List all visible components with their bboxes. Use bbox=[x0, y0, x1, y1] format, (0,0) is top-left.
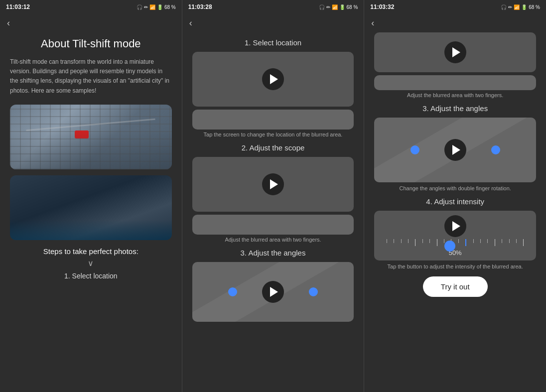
step3-angle-demo-p3 bbox=[374, 118, 536, 182]
tick-2 bbox=[394, 239, 394, 243]
battery-percent: 68 % bbox=[164, 4, 176, 10]
panel3-content: Adjust the blurred area with two fingers… bbox=[364, 32, 546, 392]
angle-dots bbox=[228, 281, 318, 303]
panel-2: 11:03:28 🎧 ✏ 📶 🔋 68 % ‹ 1. Select locati… bbox=[182, 0, 365, 392]
first-step-label: 1. Select location bbox=[10, 272, 172, 280]
slider-thumb[interactable] bbox=[444, 241, 455, 252]
tick-16 bbox=[502, 239, 502, 243]
tick-17 bbox=[509, 239, 510, 243]
status-time-3: 11:03:32 bbox=[370, 3, 394, 10]
step1-title-p2: 1. Select location bbox=[192, 38, 354, 47]
buildings-decoration bbox=[10, 131, 172, 169]
blue-dot-right bbox=[309, 287, 318, 296]
road-decoration bbox=[26, 118, 155, 131]
blue-dot-right-p3 bbox=[491, 145, 500, 154]
blue-dot-left bbox=[228, 287, 237, 296]
signal-icon: 📶 bbox=[149, 4, 155, 10]
back-button-3[interactable]: ‹ bbox=[364, 14, 546, 32]
tick-3 bbox=[401, 239, 402, 243]
tick-12 bbox=[473, 239, 474, 243]
tick-14 bbox=[487, 239, 488, 243]
headphone-icon-2: 🎧 bbox=[319, 4, 325, 10]
tick-8 bbox=[437, 239, 437, 246]
status-bar-3: 11:03:32 🎧 ✏ 📶 🔋 68 % bbox=[364, 0, 546, 14]
edit-icon: ✏ bbox=[144, 4, 148, 10]
tick-center bbox=[465, 239, 466, 246]
status-time-2: 11:03:28 bbox=[188, 3, 212, 10]
scope-video-top-p3[interactable] bbox=[374, 32, 536, 72]
panel1-description: Tilt-shift mode can transform the world … bbox=[10, 57, 172, 96]
step3-caption-p3: Change the angles with double finger rot… bbox=[374, 185, 536, 191]
try-it-out-button[interactable]: Try it out bbox=[423, 276, 488, 297]
step2-title-p2: 2. Adjust the scope bbox=[192, 143, 354, 152]
scope-caption-p3: Adjust the blurred area with two fingers… bbox=[374, 92, 536, 98]
status-icons-1: 🎧 ✏ 📶 🔋 68 % bbox=[136, 4, 176, 10]
play-button-2[interactable] bbox=[262, 173, 284, 195]
step2-video-bottom bbox=[192, 215, 354, 235]
edit-icon-2: ✏ bbox=[326, 4, 330, 10]
step1-caption: Tap the screen to change the location of… bbox=[192, 131, 354, 137]
tick-5 bbox=[415, 239, 415, 246]
signal-icon-2: 📶 bbox=[332, 4, 338, 10]
battery-percent-3: 68 % bbox=[529, 4, 540, 10]
step2-video-top[interactable] bbox=[192, 157, 354, 212]
tick-1 bbox=[387, 239, 387, 243]
status-icons-3: 🎧 ✏ 📶 🔋 68 % bbox=[501, 4, 540, 10]
scope-video-sub-p3 bbox=[374, 75, 536, 90]
step4-caption-p3: Tap the button to adjust the intensity o… bbox=[374, 263, 536, 269]
signal-icon-3: 📶 bbox=[514, 4, 520, 10]
tick-18 bbox=[516, 239, 517, 243]
angle-dots-p3 bbox=[410, 139, 500, 161]
panel1-content: About Tilt-shift mode Tilt-shift mode ca… bbox=[0, 32, 182, 392]
blue-dot-left-p3 bbox=[410, 145, 419, 154]
battery-percent-2: 68 % bbox=[347, 4, 358, 10]
step1-video-bottom bbox=[192, 110, 354, 130]
headphone-icon-3: 🎧 bbox=[501, 4, 507, 10]
step4-title-p3: 4. Adjust intensity bbox=[374, 197, 536, 206]
battery-icon: 🔋 bbox=[157, 4, 163, 10]
tick-11 bbox=[458, 239, 459, 243]
play-button-1[interactable] bbox=[262, 68, 284, 90]
panel-1: 11:03:12 🎧 ✏ 📶 🔋 68 % ‹ About Tilt-shift… bbox=[0, 0, 182, 392]
battery-icon-2: 🔋 bbox=[339, 4, 345, 10]
steps-heading: Steps to take perfect photos: bbox=[10, 247, 172, 256]
edit-icon-3: ✏ bbox=[508, 4, 512, 10]
tick-6 bbox=[422, 239, 423, 243]
play-button-3[interactable] bbox=[262, 281, 284, 303]
tick-4 bbox=[408, 239, 409, 243]
tick-7 bbox=[429, 239, 430, 243]
slider-ticks bbox=[387, 239, 524, 246]
step2-caption: Adjust the blurred area with two fingers… bbox=[192, 237, 354, 243]
play-button-angle-p3[interactable] bbox=[444, 139, 466, 161]
back-button-2[interactable]: ‹ bbox=[182, 14, 364, 32]
play-button-p3-top[interactable] bbox=[444, 41, 466, 63]
panel2-content: 1. Select location Tap the screen to cha… bbox=[182, 32, 364, 392]
tick-9 bbox=[444, 239, 444, 243]
headphone-icon: 🎧 bbox=[136, 4, 142, 10]
status-icons-2: 🎧 ✏ 📶 🔋 68 % bbox=[319, 4, 358, 10]
step3-angle-demo bbox=[192, 262, 354, 322]
back-button-1[interactable]: ‹ bbox=[0, 14, 182, 32]
photo-sample-city bbox=[10, 105, 172, 169]
play-button-intensity[interactable] bbox=[444, 215, 466, 237]
photo-sample-aerial bbox=[10, 175, 172, 240]
chevron-down-icon[interactable]: ∨ bbox=[10, 259, 172, 268]
step3-title-p3: 3. Adjust the angles bbox=[374, 104, 536, 113]
tick-13 bbox=[480, 239, 481, 243]
status-bar-1: 11:03:12 🎧 ✏ 📶 🔋 68 % bbox=[0, 0, 182, 14]
tick-19 bbox=[523, 239, 524, 246]
battery-icon-3: 🔋 bbox=[521, 4, 527, 10]
panel-3: 11:03:32 🎧 ✏ 📶 🔋 68 % ‹ Adjust the blurr… bbox=[364, 0, 546, 392]
status-time-1: 11:03:12 bbox=[6, 3, 30, 10]
step3-title-p2: 3. Adjust the angles bbox=[192, 249, 354, 257]
panel1-title: About Tilt-shift mode bbox=[10, 37, 172, 50]
step1-video-top[interactable] bbox=[192, 52, 354, 107]
status-bar-2: 11:03:28 🎧 ✏ 📶 🔋 68 % bbox=[182, 0, 364, 14]
intensity-block: 50% bbox=[374, 211, 536, 261]
tick-15 bbox=[495, 239, 495, 246]
